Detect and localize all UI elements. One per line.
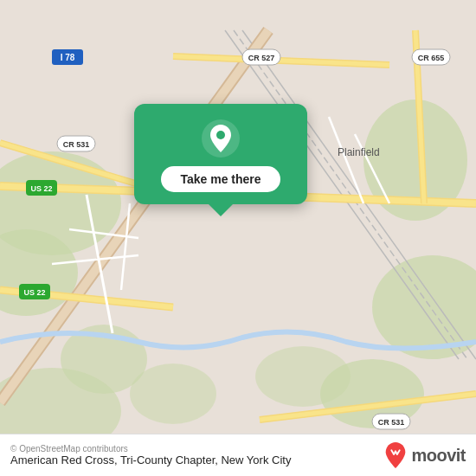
map-background: I 78 CR 527 CR 655 US 22 CR 531 US 22 CR…: [0, 0, 476, 476]
svg-text:Plainfield: Plainfield: [338, 146, 380, 158]
svg-point-48: [216, 131, 225, 139]
svg-text:CR 531: CR 531: [63, 140, 90, 149]
bottom-text: © OpenStreetMap contributors American Re…: [10, 444, 291, 466]
svg-line-27: [121, 203, 130, 290]
svg-text:I 78: I 78: [61, 53, 75, 62]
map-attribution: © OpenStreetMap contributors: [10, 444, 291, 453]
moovit-pin-icon: [383, 441, 408, 469]
location-pin-icon: [202, 119, 240, 158]
map-container: I 78 CR 527 CR 655 US 22 CR 531 US 22 CR…: [0, 0, 476, 476]
svg-text:CR 527: CR 527: [248, 54, 275, 62]
svg-text:CR 531: CR 531: [378, 418, 405, 427]
svg-point-8: [255, 346, 351, 407]
svg-text:US 22: US 22: [30, 184, 52, 193]
svg-text:CR 655: CR 655: [418, 54, 445, 62]
svg-point-7: [130, 363, 216, 424]
location-name: American Red Cross, Tri-County Chapter, …: [10, 453, 291, 466]
take-me-there-button[interactable]: Take me there: [161, 166, 280, 192]
svg-text:US 22: US 22: [23, 288, 45, 297]
moovit-brand-text: moovit: [411, 446, 466, 466]
moovit-logo: moovit: [383, 441, 466, 469]
bottom-bar: © OpenStreetMap contributors American Re…: [0, 434, 476, 476]
popup-card: Take me there: [134, 104, 307, 204]
